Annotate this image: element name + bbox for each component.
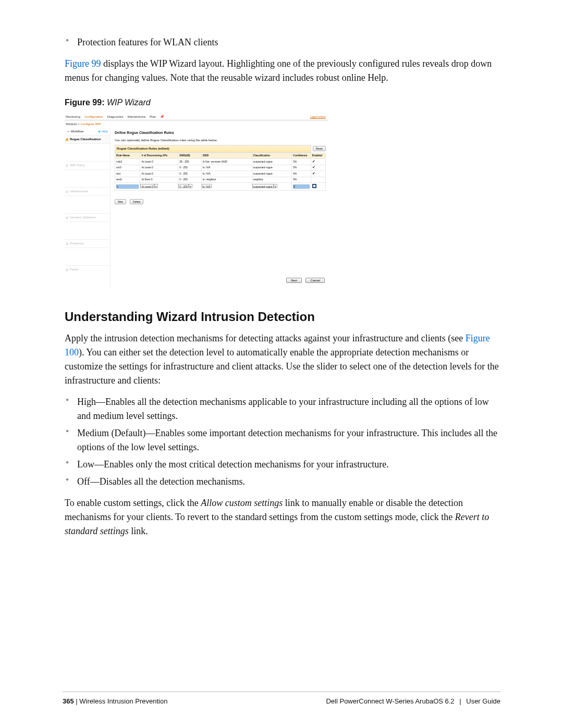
table-row[interactable]: snr0At Least 0 0 - 255Is: N/A suspected-… bbox=[115, 165, 326, 171]
list-item: Medium (Default)—Enables some important … bbox=[65, 426, 500, 454]
list-item: Low—Enables only the most critical detec… bbox=[65, 458, 500, 472]
page-footer: 365 | Wireless Intrusion Prevention Dell… bbox=[63, 692, 500, 707]
wf-step-finish[interactable]: Finish bbox=[65, 265, 110, 274]
table-row-editing[interactable]: At Least 0▾ 0 - 255▾ Is: N/A suspected-r… bbox=[115, 183, 326, 191]
tab-maintenance[interactable]: Maintenance bbox=[128, 115, 145, 119]
wf-step-wip-policy[interactable]: WIP Policy bbox=[65, 161, 110, 169]
help-link[interactable]: Help bbox=[98, 129, 108, 134]
snr-select[interactable]: 0 - 255 bbox=[178, 184, 189, 188]
list-item: Off—Disables all the detection mechanism… bbox=[65, 475, 500, 489]
check-icon: ✔ bbox=[312, 166, 315, 168]
fig-desc-paragraph: Figure 99 displays the WIP Wizard layout… bbox=[65, 57, 500, 85]
tab-plan[interactable]: Plan bbox=[150, 115, 156, 119]
disc-select[interactable]: At Least 0 bbox=[140, 184, 154, 188]
wizard-main: Define Rogue Classification Rules You ca… bbox=[111, 128, 328, 288]
figure-number: Figure 99: bbox=[65, 98, 104, 107]
detection-levels-list: High—Enables all the detection mechanism… bbox=[65, 395, 500, 489]
tab-diagnostics[interactable]: Diagnostics bbox=[107, 115, 124, 119]
page-content: Protection features for WLAN clients Fig… bbox=[65, 35, 500, 538]
wf-step-intrusion[interactable]: Intrusion Detection bbox=[65, 213, 110, 221]
allow-custom-link-text: Allow custom settings bbox=[201, 498, 283, 508]
section-heading: Understanding Wizard Intrusion Detection bbox=[65, 307, 500, 326]
col-ssid: SSID bbox=[201, 153, 252, 159]
delete-button[interactable]: Delete bbox=[130, 199, 143, 204]
page-number: 365 bbox=[63, 697, 74, 705]
cancel-button[interactable]: Cancel bbox=[305, 278, 325, 283]
wf-step-protection[interactable]: Protection bbox=[65, 239, 110, 248]
check-icon: ✔ bbox=[312, 160, 315, 163]
custom-settings-paragraph: To enable custom settings, click the All… bbox=[65, 496, 500, 538]
conf-input[interactable] bbox=[293, 184, 309, 189]
tab-monitoring[interactable]: Monitoring bbox=[66, 115, 80, 119]
enabled-checkbox[interactable] bbox=[312, 184, 316, 188]
col-conf: Confidence bbox=[292, 153, 311, 159]
ssid-select[interactable]: Is: N/A bbox=[202, 184, 212, 188]
workflow-sidebar: — Workflow Help Rogue Classification WIP… bbox=[65, 128, 111, 288]
rules-table-title: Rogue Classification Rules (edited) bbox=[115, 145, 311, 153]
table-row[interactable]: test2At Most 0 0 - 255Is: neighbor neigh… bbox=[115, 177, 326, 183]
new-button[interactable]: New bbox=[115, 199, 126, 204]
next-button[interactable]: Next bbox=[286, 278, 302, 283]
figure-99-link[interactable]: Figure 99 bbox=[65, 58, 101, 69]
footer-sep: | bbox=[459, 697, 461, 705]
wf-step-infra[interactable]: Infrastructure bbox=[65, 187, 110, 195]
tab-configuration[interactable]: Configuration bbox=[84, 115, 103, 119]
intro-bullets: Protection features for WLAN clients bbox=[65, 35, 500, 50]
table-row[interactable]: rule2At Least 0 35 - 255Is Not: sw-ewer-… bbox=[115, 159, 326, 165]
col-rule-name: Rule Name bbox=[115, 153, 140, 159]
wip-wizard-screenshot: Monitoring Configuration Diagnostics Mai… bbox=[65, 114, 328, 289]
breadcrumb-current: Configure WIP bbox=[81, 122, 101, 126]
reset-button[interactable]: Reset bbox=[313, 146, 326, 151]
wf-step-rogue[interactable]: Rogue Classification bbox=[65, 135, 110, 143]
intro-bullet: Protection features for WLAN clients bbox=[65, 35, 500, 50]
rules-header-row: Rule Name # of Discovering APs SNR(dB) S… bbox=[115, 153, 326, 159]
fig-desc-text: displays the WIP Wizard layout. Highligh… bbox=[65, 58, 492, 83]
pin-icon[interactable]: 📌 bbox=[160, 115, 164, 119]
breadcrumb: Wizards > Configure WIP bbox=[65, 120, 328, 128]
panel-subtitle: You can optionally define Rogue Classifi… bbox=[115, 138, 326, 143]
footer-product: Dell PowerConnect W-Series ArubaOS 6.2 bbox=[326, 697, 454, 705]
shot-top-tabs: Monitoring Configuration Diagnostics Mai… bbox=[65, 114, 328, 120]
col-class: Classification bbox=[252, 153, 292, 159]
footer-doc: User Guide bbox=[466, 697, 500, 705]
table-row[interactable]: testAt Least 0 0 - 255Is: N/A suspected-… bbox=[115, 171, 326, 177]
breadcrumb-prefix: Wizards > bbox=[66, 122, 81, 126]
list-item: High—Enables all the detection mechanism… bbox=[65, 395, 500, 423]
col-enabled: Enabled bbox=[311, 153, 325, 159]
figure-title: WIP Wizard bbox=[104, 98, 150, 107]
col-snr: SNR(dB) bbox=[178, 153, 201, 159]
col-disc-aps: # of Discovering APs bbox=[140, 153, 178, 159]
check-icon: ✔ bbox=[312, 172, 315, 175]
footer-section: Wireless Intrusion Prevention bbox=[79, 697, 167, 705]
class-select[interactable]: suspected-rogue bbox=[252, 184, 274, 188]
logout-link[interactable]: Logout admin bbox=[310, 115, 326, 119]
panel-title: Define Rogue Classification Rules bbox=[115, 130, 326, 136]
rules-table-wrap: Rogue Classification Rules (edited) Rese… bbox=[115, 145, 326, 207]
section-intro-paragraph: Apply the intrusion detection mechanisms… bbox=[65, 331, 500, 388]
workflow-heading: — Workflow bbox=[67, 129, 83, 134]
rule-name-input[interactable] bbox=[116, 184, 139, 189]
rules-table: Rule Name # of Discovering APs SNR(dB) S… bbox=[115, 153, 326, 191]
figure-caption: Figure 99: WIP Wizard bbox=[65, 96, 500, 109]
